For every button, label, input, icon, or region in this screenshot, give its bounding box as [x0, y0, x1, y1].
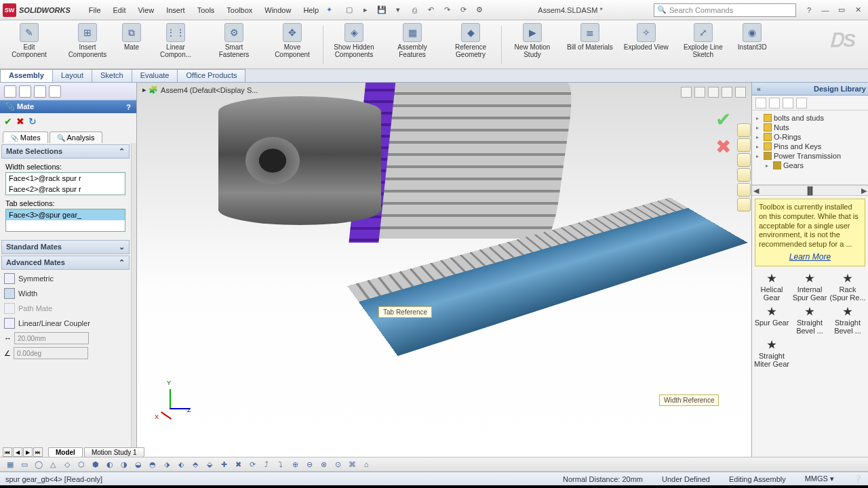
- minimize-icon[interactable]: —: [818, 3, 833, 17]
- tab-sketch[interactable]: Sketch: [92, 69, 132, 82]
- viewport-window-controls[interactable]: [681, 87, 746, 98]
- subtab-analysis[interactable]: 🔍 Analysis: [50, 131, 102, 143]
- orientation-triad[interactable]: Y Z X: [156, 385, 187, 416]
- tree-pins: Pins and Keys: [756, 142, 867, 151]
- ribbon-bom[interactable]: ≣Bill of Materials: [561, 23, 618, 51]
- mate-linear-coupler[interactable]: Linear/Linear Coupler: [0, 316, 131, 331]
- ribbon-show-hidden[interactable]: ◈Show Hidden Components: [325, 23, 383, 58]
- options-icon[interactable]: ⚙: [472, 3, 487, 17]
- selection-filter-toolbar[interactable]: ▦▭◯△◇⬡⬢◐◑◒◓⬗⬖⬘⬙✚✖⟳⤴⤵⊕⊖⊗⊙⌘⌂: [0, 457, 868, 472]
- tree-hscroll[interactable]: ◀▐▌▶: [752, 185, 868, 196]
- title-bar: SW SOLIDWORKS File Edit View Insert Tool…: [0, 0, 868, 20]
- rebuild-icon[interactable]: ⟳: [456, 3, 471, 17]
- mate-width[interactable]: Width: [0, 286, 131, 301]
- ribbon-mate[interactable]: ⧉Mate: [117, 23, 146, 51]
- ribbon-assembly-features[interactable]: ▦Assembly Features: [383, 23, 441, 58]
- menu-view[interactable]: View: [132, 3, 160, 17]
- width-selections-list[interactable]: Face<1>@rack spur r Face<2>@rack spur r: [5, 172, 125, 195]
- distance-input[interactable]: ↔: [0, 331, 131, 346]
- ds-logo-icon: ᎠS: [830, 30, 856, 52]
- gear-rack[interactable]: Rack (Spur Re...: [829, 272, 866, 304]
- gear-helical[interactable]: Helical Gear: [753, 272, 790, 304]
- tab-evaluate[interactable]: Evaluate: [132, 69, 178, 82]
- print-icon[interactable]: ⎙: [407, 3, 422, 17]
- search-commands-input[interactable]: 🔍 Search Commands: [654, 3, 796, 17]
- graphics-viewport[interactable]: ▸ 🧩 Assem4 (Default<Display S... ✔ ✖ Tab…: [137, 83, 751, 457]
- pm-cancel-icon[interactable]: ✖: [16, 116, 24, 127]
- save-icon[interactable]: 💾: [374, 3, 389, 17]
- menu-insert[interactable]: Insert: [160, 3, 191, 17]
- ribbon-move-component[interactable]: ✥Move Component: [263, 23, 321, 58]
- angle-input[interactable]: ∠: [0, 346, 131, 361]
- status-selection: spur gear_gb<4> [Read-only]: [5, 475, 544, 483]
- pm-title-bar: 📎 Mate ?: [0, 100, 136, 113]
- gear-straight-miter[interactable]: Straight Miter Gear: [753, 338, 790, 370]
- menu-window[interactable]: Window: [258, 3, 297, 17]
- menu-edit[interactable]: Edit: [107, 3, 132, 17]
- menu-help[interactable]: Help: [297, 3, 325, 17]
- menu-file[interactable]: File: [83, 3, 107, 17]
- tab-office-products[interactable]: Office Products: [177, 69, 245, 82]
- help-icon[interactable]: ✦: [326, 5, 332, 14]
- status-bar: spur gear_gb<4> [Read-only] Normal Dista…: [0, 472, 868, 485]
- help-button-icon[interactable]: ?: [802, 3, 816, 17]
- ribbon-exploded-view[interactable]: ✧Exploded View: [618, 23, 674, 51]
- pm-ok-icon[interactable]: ✔: [4, 116, 12, 127]
- confirm-feature-icon[interactable]: ✔: [715, 108, 731, 131]
- mate-symmetric[interactable]: Symmetric: [0, 271, 131, 286]
- pm-pushpin-icon[interactable]: ↻: [28, 116, 37, 127]
- feature-manager-tabs[interactable]: [0, 83, 136, 100]
- status-distance: Normal Distance: 20mm: [563, 475, 643, 483]
- tab-selections-list[interactable]: Face<3>@spur gear_: [5, 209, 125, 232]
- taskpane-toolbar[interactable]: [752, 96, 868, 110]
- tab-model[interactable]: Model: [48, 447, 83, 458]
- menu-tools[interactable]: Tools: [191, 3, 221, 17]
- width-selections-label: Width selections:: [5, 163, 125, 171]
- tab-assembly[interactable]: Assembly: [0, 69, 53, 82]
- ribbon-instant3d[interactable]: ◉Instant3D: [732, 23, 772, 51]
- tp-appearances-icon: [737, 183, 751, 197]
- status-mode: Editing Assembly: [729, 475, 786, 483]
- redo-icon[interactable]: ↷: [439, 3, 454, 17]
- pm-scrollbar[interactable]: [131, 143, 136, 457]
- gear-straight-bevel-1[interactable]: Straight Bevel ...: [791, 305, 828, 337]
- pm-help-icon[interactable]: ?: [126, 103, 131, 111]
- undo-icon[interactable]: ↶: [423, 3, 438, 17]
- tab-nav-arrows[interactable]: ⏮◀▶⏭: [3, 447, 43, 457]
- ribbon-edit-component[interactable]: ✎Edit Component: [0, 23, 58, 58]
- ribbon-insert-components[interactable]: ⊞Insert Components: [58, 23, 117, 58]
- cancel-feature-icon[interactable]: ✖: [715, 136, 731, 158]
- subtab-mates[interactable]: 📎 Mates: [3, 131, 48, 143]
- ribbon-reference-geometry[interactable]: ◆Reference Geometry: [441, 23, 500, 58]
- close-icon[interactable]: ✕: [850, 3, 865, 17]
- ribbon-explode-sketch[interactable]: ⤢Explode Line Sketch: [674, 23, 732, 58]
- tree-orings: O-Rings: [756, 132, 867, 142]
- status-units[interactable]: MMGS ▾: [805, 474, 834, 483]
- open-icon[interactable]: ▸: [358, 3, 373, 17]
- section-mate-selections[interactable]: Mate Selections⌃: [1, 144, 130, 159]
- gear-spur[interactable]: Spur Gear: [753, 305, 790, 337]
- learn-more-link[interactable]: Learn More: [759, 252, 861, 262]
- ribbon-smart-fasteners[interactable]: ⚙Smart Fasteners: [205, 23, 263, 58]
- section-advanced-mates[interactable]: Advanced Mates⌃: [1, 256, 130, 270]
- section-standard-mates[interactable]: Standard Mates⌄: [1, 240, 130, 254]
- maximize-icon[interactable]: ▭: [834, 3, 849, 17]
- tab-motion-study[interactable]: Motion Study 1: [84, 447, 144, 458]
- status-help-icon[interactable]: ❔: [853, 474, 863, 483]
- new-icon[interactable]: ▢: [342, 3, 357, 17]
- taskpane-tabs[interactable]: [737, 123, 751, 211]
- tab-layout[interactable]: Layout: [52, 69, 92, 82]
- collapse-icon[interactable]: ⌃: [119, 147, 125, 156]
- quick-access-toolbar: ▢ ▸ 💾 ▾ ⎙ ↶ ↷ ⟳ ⚙: [342, 3, 487, 17]
- library-tree[interactable]: bolts and studs Nuts O-Rings Pins and Ke…: [752, 110, 868, 185]
- menu-toolbox[interactable]: Toolbox: [220, 3, 258, 17]
- save-dropdown-icon[interactable]: ▾: [391, 3, 406, 17]
- ribbon-motion-study[interactable]: ▶New Motion Study: [503, 23, 561, 58]
- tp-design-library-icon: [737, 138, 751, 152]
- gear-straight-bevel-2[interactable]: Straight Bevel ...: [829, 305, 866, 337]
- ribbon-linear-pattern[interactable]: ⋮⋮Linear Compon...: [146, 23, 205, 58]
- spur-gear-model[interactable]: [218, 83, 490, 266]
- gear-internal-spur[interactable]: Internal Spur Gear: [791, 272, 828, 304]
- taskpane-collapse-icon[interactable]: «: [757, 85, 761, 93]
- taskpane-title: Design Library: [814, 85, 866, 93]
